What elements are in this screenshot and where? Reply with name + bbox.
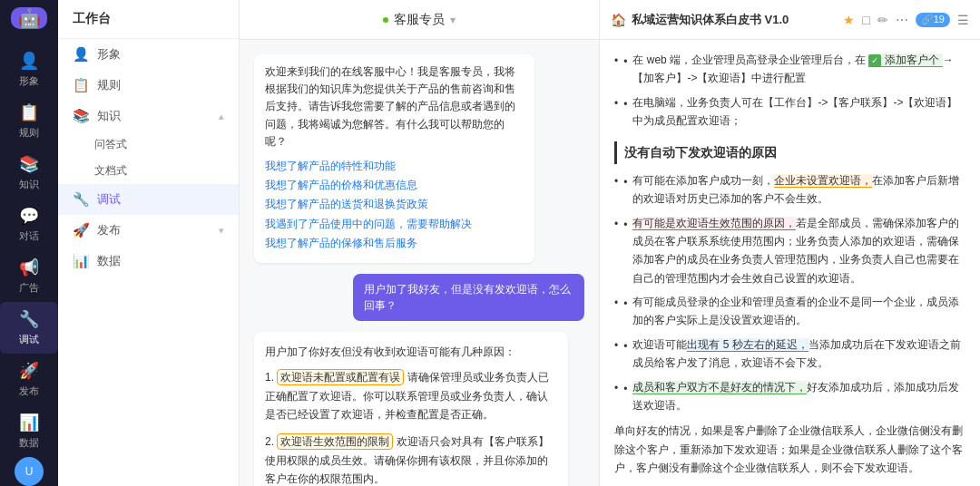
kn-text-1: 在 web 端，企业管理员高登录企业管理后台，在 ✓添加客户个 →【加客户】->… — [632, 51, 965, 88]
nav-doc[interactable]: 文档式 — [87, 158, 239, 184]
welcome-text: 欢迎来到我们的在线客服中心！我是客服专员，我将根据我们的知识库为您提供关于产品的… — [265, 65, 515, 148]
chat-status-dot — [383, 17, 388, 23]
kn-reason-text-4: 欢迎语可能出现有 5 秒左右的延迟，当添加成功后在下发欢迎语之前成员给客户发了消… — [632, 335, 965, 373]
bullet-dot-r5: • — [623, 380, 627, 400]
kn-reason-5: • 成员和客户双方不是好友的情况下，好友添加成功后，添加成功后发送欢迎语。 — [614, 378, 965, 415]
kn-reason-1: • 有可能在添加客户成功一刻，企业未设置欢迎语，在添加客户后新增的欢迎语对历史已… — [614, 171, 965, 209]
edit-icon[interactable]: ✏ — [877, 13, 888, 27]
kn-reason-text-3: 有可能成员登录的企业和管理员查看的企业不是同一个企业，成员添加的客户实际上是没设… — [632, 293, 965, 330]
home-icon: 🏠 — [611, 13, 626, 27]
nav-qa[interactable]: 问答式 — [87, 131, 239, 158]
nav-debug-icon: 🔧 — [73, 191, 90, 208]
sidebar-item-label: 对话 — [19, 229, 39, 243]
nav-image[interactable]: 👤 形象 — [58, 39, 239, 70]
ads-icon: 📢 — [19, 258, 39, 277]
kn-reason-text-2: 有可能是欢迎语生效范围的原因，若是全部成员，需确保添加客户的成员在客户联系系统使… — [632, 214, 965, 288]
share-icon[interactable]: □ — [862, 13, 869, 27]
chat-header: 客服专员 ▾ — [240, 0, 599, 40]
sidebar-item-data[interactable]: 📊 数据 — [0, 405, 58, 457]
nav-image-icon: 👤 — [73, 46, 90, 63]
chat-title: 客服专员 — [394, 12, 445, 28]
nav-qa-label: 问答式 — [94, 137, 127, 152]
checkbox-icon: ✓ — [868, 54, 881, 67]
bullet-dot-2: • — [623, 95, 627, 115]
kn-reason-text-1: 有可能在添加客户成功一刻，企业未设置欢迎语，在添加客户后新增的欢迎语对历史已添加… — [632, 171, 965, 209]
bullet-dot-r4: • — [623, 337, 627, 357]
nav-data-label: 数据 — [97, 253, 121, 269]
link-2[interactable]: 我想了解产品的价格和优惠信息 — [265, 177, 524, 194]
nav-rules[interactable]: 📋 规则 — [58, 70, 239, 101]
sidebar-logo: 🤖 — [11, 7, 47, 29]
link-1[interactable]: 我想了解产品的特性和功能 — [265, 158, 524, 175]
kn-reason-4: • 欢迎语可能出现有 5 秒左右的延迟，当添加成功后在下发欢迎语之前成员给客户发… — [614, 335, 965, 373]
chevron-down-icon: ▾ — [219, 225, 224, 237]
kn-red-1: 有可能是欢迎语生效范围的原因， — [632, 217, 796, 230]
sidebar-item-dialog[interactable]: 💬 对话 — [0, 199, 58, 250]
bullet-dot-1: • — [623, 53, 627, 73]
user-count-icon: 🔗19 — [916, 13, 950, 27]
sidebar: 🤖 👤 形象 📋 规则 📚 知识 💬 对话 📢 广告 🔧 调试 🚀 发布 📊 数… — [0, 0, 58, 486]
nav-publish[interactable]: 🚀 发布 ▾ — [58, 215, 239, 246]
chat-panel: 客服专员 ▾ 欢迎来到我们的在线客服中心！我是客服专员，我将根据我们的知识库为您… — [240, 0, 599, 486]
nav-rules-icon: 📋 — [73, 77, 90, 93]
nav-image-label: 形象 — [97, 46, 121, 63]
kn-extra-text: 单向好友的情况，如果是客户删除了企业微信联系人，企业微信侧没有删除这个客户，重新… — [614, 422, 965, 477]
debug-icon: 🔧 — [19, 309, 39, 329]
knowledge-icon: 📚 — [19, 154, 39, 174]
nav-knowledge-icon: 📚 — [73, 108, 90, 124]
kn-orange-1: 企业未设置欢迎语， — [774, 174, 872, 188]
bot-answer: 用户加了你好友但没有收到欢迎语可能有几种原因： 1. 欢迎语未配置或配置有误 请… — [254, 332, 568, 486]
nav-knowledge-label: 知识 — [97, 108, 121, 124]
user-msg: 用户加了我好友，但是没有发欢迎语，怎么回事？ — [353, 274, 584, 321]
rules-icon: 📋 — [19, 102, 39, 122]
nav-doc-label: 文档式 — [94, 163, 127, 179]
right-panel: 🏠 私域运营知识体系白皮书 V1.0 ★ □ ✏ ⋯ 🔗19 ☰ • 在 web… — [599, 0, 980, 486]
workbench-title: 工作台 — [58, 0, 239, 39]
link-4[interactable]: 我遇到了产品使用中的问题，需要帮助解决 — [265, 216, 524, 233]
kn-reason-text-5: 成员和客户双方不是好友的情况下，好友添加成功后，添加成功后发送欢迎语。 — [632, 378, 965, 415]
answer-item-1: 1. 欢迎语未配置或配置有误 请确保管理员或业务负责人已正确配置了欢迎语。你可以… — [265, 368, 557, 423]
link-3[interactable]: 我想了解产品的送货和退换货政策 — [265, 196, 524, 213]
chevron-up-icon: ▴ — [219, 111, 224, 122]
nav-publish-label: 发布 — [97, 222, 121, 238]
sidebar-item-ads[interactable]: 📢 广告 — [0, 250, 58, 302]
link-5[interactable]: 我想了解产品的保修和售后服务 — [265, 235, 524, 252]
user-avatar[interactable]: U — [15, 457, 44, 486]
answer-highlight-2: 欢迎语生效范围的限制 — [277, 433, 393, 450]
image-icon: 👤 — [19, 51, 39, 71]
sidebar-item-knowledge[interactable]: 📚 知识 — [0, 147, 58, 199]
kn-reason-2: • 有可能是欢迎语生效范围的原因，若是全部成员，需确保添加客户的成员在客户联系系… — [614, 214, 965, 288]
more-icon[interactable]: ⋯ — [896, 13, 908, 27]
sidebar-item-label: 调试 — [19, 333, 39, 346]
bullet-dot-r2: • — [623, 216, 627, 236]
menu-icon[interactable]: ☰ — [957, 13, 969, 27]
answer-num-2: 2. — [265, 435, 277, 448]
star-icon[interactable]: ★ — [843, 13, 855, 27]
knowledge-title: 私域运营知识体系白皮书 V1.0 — [632, 12, 838, 28]
sidebar-item-debug[interactable]: 🔧 调试 — [0, 302, 58, 354]
sidebar-item-image[interactable]: 👤 形象 — [0, 44, 58, 95]
user-bubble: 用户加了我好友，但是没有发欢迎语，怎么回事？ — [353, 274, 584, 321]
left-nav-panel: 工作台 👤 形象 📋 规则 📚 知识 ▴ 问答式 文档式 🔧 调试 🚀 发布 ▾… — [58, 0, 240, 486]
sidebar-item-rules[interactable]: 📋 规则 — [0, 95, 58, 147]
logo-icon: 🤖 — [18, 7, 41, 29]
sidebar-item-label: 广告 — [19, 281, 39, 295]
data-icon: 📊 — [19, 413, 39, 433]
nav-qa-sub: 问答式 文档式 — [58, 131, 239, 184]
sidebar-item-publish[interactable]: 🚀 发布 — [0, 354, 58, 405]
nav-knowledge[interactable]: 📚 知识 ▴ — [58, 101, 239, 131]
bullet-dot-r3: • — [623, 295, 627, 315]
answer-highlight-1: 欢迎语未配置或配置有误 — [277, 369, 404, 385]
dropdown-icon: ▾ — [450, 14, 456, 26]
kn-highlight-add: ✓添加客户个 — [868, 53, 942, 67]
nav-debug[interactable]: 🔧 调试 — [58, 184, 239, 215]
answer-item-2: 2. 欢迎语生效范围的限制 欢迎语只会对具有【客户联系】使用权限的成员生效。请确… — [265, 433, 557, 486]
bot-welcome-text: 欢迎来到我们的在线客服中心！我是客服专员，我将根据我们的知识库为您提供关于产品的… — [254, 54, 534, 263]
nav-publish-icon: 🚀 — [73, 222, 90, 238]
sidebar-item-label: 发布 — [19, 384, 39, 398]
kn-section-heading: 没有自动下发欢迎语的原因 — [614, 141, 965, 164]
answer-section: 用户加了你好友但没有收到欢迎语可能有几种原因： 1. 欢迎语未配置或配置有误 请… — [254, 332, 568, 486]
quick-links: 我想了解产品的特性和功能 我想了解产品的价格和优惠信息 我想了解产品的送货和退换… — [265, 158, 524, 252]
nav-data-icon: 📊 — [73, 253, 90, 269]
nav-data[interactable]: 📊 数据 — [58, 246, 239, 277]
